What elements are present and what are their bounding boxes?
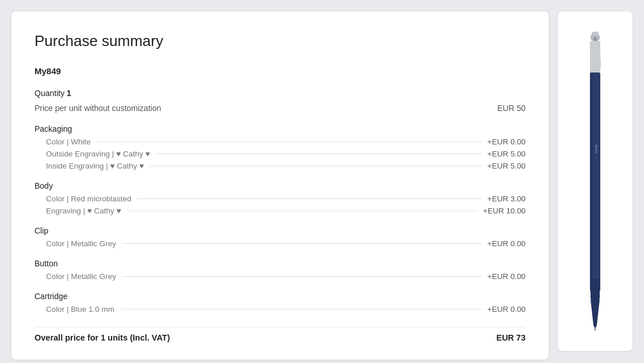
separator-line [122,243,482,244]
total-row: Overall price for 1 units (Incl. VAT) EU… [34,327,526,342]
svg-point-7 [594,327,596,331]
section-label: Body [34,181,526,190]
sub-row: Color | Metallic Grey+EUR 0.00 [34,270,526,282]
section-clip: ClipColor | Metallic Grey+EUR 0.00 [34,226,526,250]
row-price: +EUR 5.00 [488,150,526,158]
svg-rect-3 [590,41,600,72]
separator-line [122,276,482,277]
row-price: +EUR 10.00 [483,207,526,215]
total-value: EUR 73 [496,333,526,342]
pen-card: My849 [558,12,632,351]
sub-row: Engraving | ♥ Cathy ♥+EUR 10.00 [34,205,526,217]
svg-rect-8 [592,32,599,36]
row-label: Color | Metallic Grey [46,239,116,248]
section-label: Packaging [34,124,526,133]
pen-illustration: My849 [578,32,612,331]
separator-line [156,154,482,154]
row-price: +EUR 5.00 [488,162,526,170]
page-wrapper: Purchase summary My849 Quantity 1 Price … [12,12,632,360]
row-price: +EUR 0.00 [488,272,526,281]
row-price: +EUR 3.00 [488,194,526,203]
svg-rect-6 [591,279,600,299]
row-price: +EUR 0.00 [488,239,526,248]
svg-rect-5 [590,72,593,291]
product-name: My849 [34,66,526,76]
total-label: Overall price for 1 units (Incl. VAT) [34,333,170,342]
row-price: +EUR 0.00 [488,137,526,146]
sections-container: PackagingColor | White+EUR 0.00Outside E… [34,124,526,315]
separator-line [150,166,481,166]
section-cartridge: CartridgeColor | Blue 1.0 mm+EUR 0.00 [34,292,526,315]
sub-row: Color | Red microblasted+EUR 3.00 [34,193,526,205]
section-label: Button [34,259,526,268]
sub-row: Color | Metallic Grey+EUR 0.00 [34,238,526,250]
sub-row: Color | White+EUR 0.00 [34,136,526,148]
separator-line [97,142,482,142]
section-body: BodyColor | Red microblasted+EUR 3.00Eng… [34,181,526,217]
sub-row: Inside Engraving | ♥ Cathy ♥+EUR 5.00 [34,160,526,172]
separator-line [127,211,477,211]
section-packaging: PackagingColor | White+EUR 0.00Outside E… [34,124,526,172]
svg-text:My849: My849 [595,144,598,153]
row-label: Outside Engraving | ♥ Cathy ♥ [46,150,150,158]
row-label: Color | Metallic Grey [46,272,116,281]
separator-line [137,198,481,199]
price-per-unit-label: Price per unit without customization [34,104,161,113]
sub-row: Color | Blue 1.0 mm+EUR 0.00 [34,303,526,315]
row-label: Color | Red microblasted [46,194,131,203]
sub-row: Outside Engraving | ♥ Cathy ♥+EUR 5.00 [34,148,526,160]
section-button: ButtonColor | Metallic Grey+EUR 0.00 [34,259,526,282]
row-label: Color | White [46,137,91,146]
row-label: Color | Blue 1.0 mm [46,305,114,314]
row-label: Engraving | ♥ Cathy ♥ [46,207,121,215]
quantity-label: Quantity 1 [34,89,71,98]
row-label: Inside Engraving | ♥ Cathy ♥ [46,162,144,170]
price-per-unit-row: Price per unit without customization EUR… [34,101,526,115]
section-label: Cartridge [34,292,526,301]
summary-card: Purchase summary My849 Quantity 1 Price … [12,12,549,360]
page-title: Purchase summary [34,32,526,50]
quantity-row: Quantity 1 [34,86,526,100]
price-per-unit-value: EUR 50 [497,104,526,113]
section-label: Clip [34,226,526,235]
row-price: +EUR 0.00 [488,305,526,314]
separator-line [120,309,482,309]
